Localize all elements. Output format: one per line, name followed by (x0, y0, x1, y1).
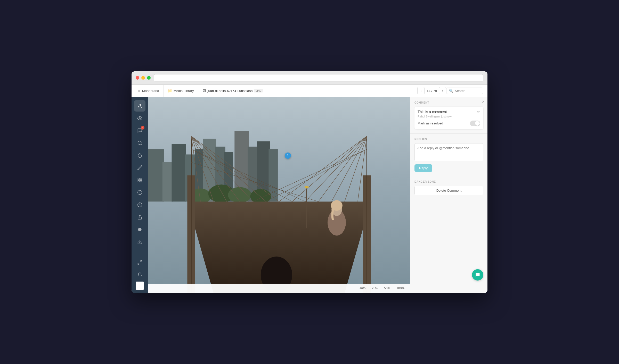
comment-edit-button[interactable]: ✏ (477, 110, 480, 114)
panel-close-button[interactable]: × (482, 100, 484, 104)
svg-rect-5 (140, 178, 142, 180)
svg-line-3 (141, 144, 142, 145)
svg-point-32 (228, 187, 251, 203)
sidebar-item-avatar[interactable] (134, 100, 145, 112)
tab-label-media-library: Media Library (174, 89, 194, 93)
nav-prev-button[interactable]: ‹ (417, 87, 425, 94)
close-window-button[interactable] (136, 76, 139, 80)
svg-point-0 (139, 104, 141, 106)
nav-count: 14 / 78 (427, 89, 437, 93)
sidebar-item-dropper[interactable] (134, 150, 145, 161)
svg-point-2 (138, 141, 141, 144)
tab-bar: ◈ Monobrand 📁 Media Library 🖼 juan-di-ne… (132, 85, 487, 97)
svg-rect-19 (162, 162, 173, 201)
tab-icon-media-library: 📁 (168, 89, 172, 93)
sidebar-item-search[interactable] (134, 137, 145, 149)
tab-file[interactable]: 🖼 juan-di-nella-621541-unsplash JPG (198, 85, 267, 97)
replies-section: REPLIES Reply (410, 134, 487, 176)
tab-label-file: juan-di-nella-621541-unsplash (208, 89, 253, 93)
zoom-100-button[interactable]: 100% (395, 286, 406, 291)
tab-monobrand[interactable]: ◈ Monobrand (134, 85, 164, 97)
sidebar-item-expand[interactable] (134, 257, 145, 268)
comment-pin[interactable]: 1 (285, 153, 291, 159)
mark-resolved-toggle[interactable] (470, 121, 480, 126)
sidebar-badge-comments: 1 (141, 126, 144, 130)
resolve-label: Mark as resolved (418, 121, 443, 125)
nav-next-button[interactable]: › (439, 87, 446, 94)
sidebar-item-bell[interactable] (134, 269, 145, 281)
tab-icon-monobrand: ◈ (138, 89, 141, 93)
sidebar-item-download[interactable] (134, 236, 145, 248)
danger-zone-label: DANGER ZONE (414, 180, 483, 183)
sidebar-item-eye[interactable] (134, 113, 145, 124)
svg-rect-7 (138, 180, 140, 182)
tab-label-monobrand: Monobrand (142, 89, 159, 93)
search-icon: 🔍 (449, 89, 453, 93)
sidebar-item-info[interactable] (134, 187, 145, 198)
chat-fab-button[interactable] (472, 269, 483, 281)
tab-media-library[interactable]: 📁 Media Library (164, 85, 198, 97)
resolve-row: Mark as resolved (418, 121, 480, 126)
comment-section-label: COMMENT (414, 101, 483, 104)
reply-button[interactable]: Reply (414, 164, 432, 172)
svg-rect-20 (172, 144, 186, 201)
comment-section: COMMENT This is a comment ✏ Rahul Sivali… (410, 97, 487, 134)
svg-point-63 (305, 186, 309, 188)
nav-next-icon: › (442, 89, 443, 92)
photo-canvas (148, 97, 410, 293)
sidebar-item-grid[interactable] (134, 174, 145, 186)
zoom-auto-button[interactable]: auto (358, 286, 367, 291)
search-box[interactable]: 🔍 (446, 88, 483, 94)
right-panel: × COMMENT This is a comment ✏ Rahul Siva… (410, 97, 487, 293)
delete-comment-button[interactable]: Delete Comment (414, 186, 483, 195)
comment-card: This is a comment ✏ Rahul Sivalingam, ju… (414, 107, 483, 129)
svg-rect-4 (138, 178, 140, 180)
sidebar-item-stamp[interactable] (134, 162, 145, 173)
tab-icon-file: 🖼 (202, 89, 206, 93)
sidebar-bottom (134, 257, 145, 290)
main-area: 1 (132, 97, 487, 293)
svg-rect-18 (148, 149, 164, 201)
title-bar (132, 71, 487, 85)
zoom-50-button[interactable]: 50% (382, 286, 392, 291)
svg-point-1 (139, 117, 141, 119)
sidebar-white-box (136, 282, 144, 290)
danger-zone-section: DANGER ZONE Delete Comment (410, 176, 487, 199)
svg-point-13 (138, 228, 141, 231)
svg-line-16 (138, 263, 140, 264)
browser-window: ◈ Monobrand 📁 Media Library 🖼 juan-di-ne… (132, 71, 487, 293)
zoom-25-button[interactable]: 25% (370, 286, 379, 291)
comment-pin-number: 1 (287, 154, 289, 157)
replies-section-label: REPLIES (414, 138, 483, 141)
sidebar: 1 (132, 97, 148, 293)
maximize-window-button[interactable] (147, 76, 151, 80)
sidebar-item-clock[interactable] (134, 199, 145, 210)
canvas-area: 1 auto 25% 50% 100% (148, 97, 410, 293)
minimize-window-button[interactable] (141, 76, 145, 80)
comment-header: This is a comment ✏ (418, 110, 480, 114)
tab-badge-jpg: JPG (254, 89, 263, 92)
window-controls (136, 76, 151, 80)
bottom-bar: auto 25% 50% 100% (148, 284, 410, 293)
comment-meta: Rahul Sivalingam, just now (418, 115, 480, 118)
svg-rect-6 (140, 180, 142, 182)
svg-line-15 (140, 260, 142, 262)
nav-controls: ‹ 14 / 78 › (417, 87, 446, 94)
app-content: ◈ Monobrand 📁 Media Library 🖼 juan-di-ne… (132, 85, 487, 293)
sidebar-item-share[interactable] (134, 211, 145, 223)
sidebar-item-comments[interactable]: 1 (134, 125, 145, 136)
sidebar-item-circle[interactable] (134, 224, 145, 235)
comment-text: This is a comment (418, 110, 475, 114)
url-bar[interactable] (154, 74, 483, 81)
nav-prev-icon: ‹ (420, 89, 421, 92)
search-input[interactable] (455, 89, 480, 93)
reply-input[interactable] (414, 143, 483, 161)
